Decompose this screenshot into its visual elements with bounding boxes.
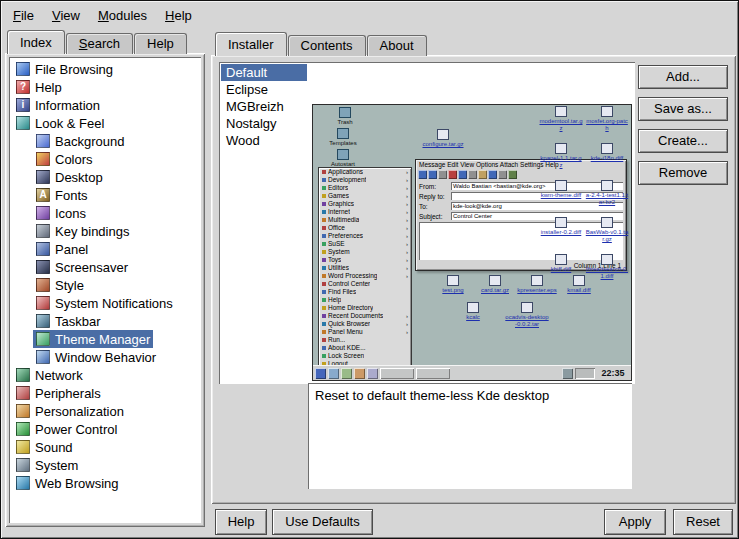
sidebar-item-power-control[interactable]: Power Control <box>9 420 201 438</box>
tab-search[interactable]: Search <box>66 33 133 54</box>
sidebar-item-style[interactable]: Style <box>9 276 201 294</box>
taskbar-button <box>380 368 414 379</box>
preview-kmenu-item: Control Center <box>319 280 411 288</box>
apply-button[interactable]: Apply <box>604 509 666 535</box>
menubar-item-file[interactable]: File <box>4 5 43 26</box>
menu-item-icon <box>322 346 326 350</box>
menu-item-icon <box>322 194 326 198</box>
sidebar-item-panel[interactable]: Panel <box>9 240 201 258</box>
theme-item-mgbreizh[interactable]: MGBreizh <box>221 98 307 115</box>
desktop-icon-autostart: Autostart <box>321 149 365 168</box>
menu-item-icon <box>322 282 326 286</box>
desktop-icon-baswab-v0-1-tar-gz: BasWab-v0.1.tar.gz <box>585 217 629 243</box>
sidebar-item-system[interactable]: System <box>9 456 201 474</box>
sidebar-item-peripherals[interactable]: Peripherals <box>9 384 201 402</box>
use-defaults-button[interactable]: Use Defaults <box>272 509 373 535</box>
submenu-arrow-icon: › <box>406 320 408 328</box>
fonts-icon: A <box>36 188 50 202</box>
menu-item-icon <box>322 226 326 230</box>
desktop-icon-kcalc: kcalc <box>451 302 495 321</box>
taskbar-icon <box>36 314 50 328</box>
taskbar-icon <box>354 368 365 379</box>
file-icon <box>555 143 567 154</box>
toolbar-button-icon <box>438 170 447 179</box>
submenu-arrow-icon: › <box>406 240 408 248</box>
tab-about[interactable]: About <box>367 35 427 56</box>
preview-kmenu-item: SuSE› <box>319 240 411 248</box>
kde-control-center-window: FileViewModulesHelp IndexSearchHelp File… <box>0 0 739 539</box>
sidebar-item-help[interactable]: ?Help <box>9 78 201 96</box>
sidebar-item-sound[interactable]: Sound <box>9 438 201 456</box>
sidebar-item-system-notifications[interactable]: System Notifications <box>9 294 201 312</box>
sidebar-item-look-feel[interactable]: Look & Feel <box>9 114 201 132</box>
desktop-icon-kde-i18n-diff: kde-i18n.diff <box>585 143 629 162</box>
module-tree-panel: File Browsing?HelpiInformationLook & Fee… <box>5 53 205 527</box>
tab-help[interactable]: Help <box>134 33 187 54</box>
theme-description-box: Reset to default theme-less Kde desktop <box>308 383 632 489</box>
button-create[interactable]: Create... <box>638 129 728 153</box>
submenu-arrow-icon: › <box>406 168 408 176</box>
preview-kmenu-item: Recent Documents› <box>319 312 411 320</box>
taskbar-clock: 22:35 <box>597 368 629 379</box>
sidebar-item-taskbar[interactable]: Taskbar <box>9 312 201 330</box>
menu-item-icon <box>322 218 326 222</box>
sidebar-item-key-bindings[interactable]: Key bindings <box>9 222 201 240</box>
preview-kmenu-item: System› <box>319 248 411 256</box>
panel-icon <box>36 242 50 256</box>
sidebar-item-window-behavior[interactable]: Window Behavior <box>9 348 201 366</box>
theme-item-wood[interactable]: Wood <box>221 132 307 149</box>
theme-item-nostalgy[interactable]: Nostalgy <box>221 115 307 132</box>
menubar-item-view[interactable]: View <box>43 5 89 26</box>
button-add[interactable]: Add... <box>638 65 728 89</box>
button-remove[interactable]: Remove <box>638 161 728 185</box>
right-tab-bar: InstallerContentsAbout <box>215 32 428 56</box>
menu-item-icon <box>322 338 326 342</box>
reset-button[interactable]: Reset <box>673 509 733 535</box>
taskbar-icon <box>367 368 378 379</box>
sidebar-item-theme-manager[interactable]: Theme Manager <box>9 330 201 348</box>
preview-kmenu-item: Office› <box>319 224 411 232</box>
menubar-item-modules[interactable]: Modules <box>89 5 156 26</box>
sidebar-item-screensaver[interactable]: Screensaver <box>9 258 201 276</box>
system-icon <box>16 458 30 472</box>
theme-item-eclipse[interactable]: Eclipse <box>221 81 307 98</box>
desktop-icon-mosfet-org-patch: mosfet.org-patch <box>585 106 629 132</box>
preview-kmenu-item: Graphics› <box>319 200 411 208</box>
preview-kmenu-item: Preferences› <box>319 232 411 240</box>
submenu-arrow-icon: › <box>406 176 408 184</box>
file-icon <box>601 143 613 154</box>
help-button[interactable]: Help <box>215 509 267 535</box>
sidebar-item-web-browsing[interactable]: Web Browsing <box>9 474 201 492</box>
submenu-arrow-icon: › <box>406 248 408 256</box>
desktop-icon-configure-tar-gz: configure.tar.gz <box>421 129 465 148</box>
menu-item-icon <box>322 170 326 174</box>
toolbar-button-icon <box>428 170 437 179</box>
file-icon <box>555 106 567 117</box>
menu-item-icon <box>322 306 326 310</box>
sidebar-item-personalization[interactable]: Personalization <box>9 402 201 420</box>
button-save-as[interactable]: Save as... <box>638 97 728 121</box>
sidebar-item-file-browsing[interactable]: File Browsing <box>9 60 201 78</box>
folder-icon <box>337 149 349 160</box>
sidebar-item-network[interactable]: Network <box>9 366 201 384</box>
sidebar-item-icons[interactable]: Icons <box>9 204 201 222</box>
submenu-arrow-icon: › <box>406 312 408 320</box>
sidebar-item-fonts[interactable]: AFonts <box>9 186 201 204</box>
desktop-icon-a-2-4-1-test1-1-tar-bz2: a-2.4-1-test1.1.tar.bz2 <box>585 180 629 206</box>
network-icon <box>16 368 30 382</box>
theme-item-default[interactable]: Default <box>221 64 307 81</box>
desktop-icon-kpanel-1-1-tar-gz: kpanel-1.1.tar.gz <box>539 143 583 169</box>
tab-contents[interactable]: Contents <box>288 35 366 56</box>
menu-item-icon <box>322 202 326 206</box>
sidebar-item-colors[interactable]: Colors <box>9 150 201 168</box>
menubar-item-help[interactable]: Help <box>156 5 201 26</box>
sidebar-item-desktop[interactable]: Desktop <box>9 168 201 186</box>
tab-installer[interactable]: Installer <box>215 32 287 56</box>
theme-manager-icon <box>36 332 50 346</box>
sidebar-item-information[interactable]: iInformation <box>9 96 201 114</box>
file-icon <box>555 217 567 228</box>
tab-index[interactable]: Index <box>7 30 65 54</box>
information-icon: i <box>16 98 30 112</box>
file-icon <box>601 180 613 191</box>
sidebar-item-background[interactable]: Background <box>9 132 201 150</box>
